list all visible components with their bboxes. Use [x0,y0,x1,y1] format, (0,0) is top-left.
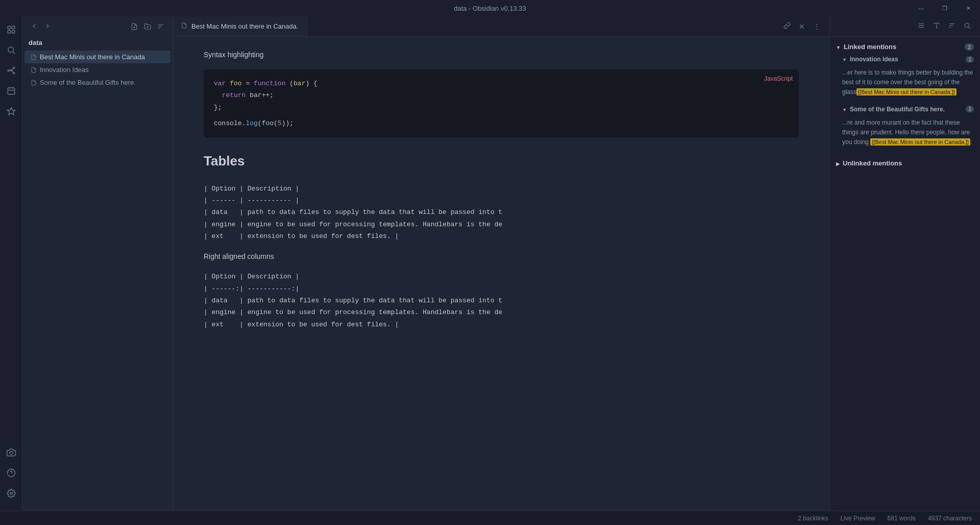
titlebar-title: data - Obsidian v0.13.33 [454,5,526,12]
nav-forward-button[interactable] [42,20,53,33]
more-options-button[interactable]: ⋮ [810,20,823,33]
file-item-2[interactable]: Some of the Beautiful Gifts here. [24,76,170,89]
format-button[interactable] [930,20,943,33]
vault-name: data [22,37,173,51]
sidebar-icon-camera[interactable] [2,443,20,462]
titlebar: data - Obsidian v0.13.33 — ❐ ✕ [0,0,980,16]
restore-button[interactable]: ❐ [933,0,957,16]
file-panel-nav [29,20,53,33]
sidebar-icon-help[interactable] [2,464,20,482]
status-bar: 2 backlinks Live Preview 681 words 4937 … [0,511,980,525]
mention-link-0[interactable]: [[Best Mac Minis out there in Canada.]] [856,88,957,96]
nav-back-button[interactable] [29,20,40,33]
tab-title: Best Mac Minis out there in Canada. [191,22,299,30]
linked-mentions-chevron [836,43,841,51]
new-file-button[interactable] [129,21,140,32]
sidebar-icon-stars[interactable] [2,102,20,121]
icon-sidebar [0,16,22,511]
sidebar-icon-graph[interactable] [2,61,20,80]
code-lang: JavaScript [764,74,793,85]
mention-link-1[interactable]: [[Best Mac Minis out there in Canada.]] [870,138,970,146]
sort-button[interactable] [155,21,166,32]
svg-line-38 [969,27,970,29]
linked-mentions-label: Linked mentions [844,43,896,51]
svg-rect-0 [8,26,10,29]
word-count: 681 words [888,515,916,522]
mention-group-title-0: Innovation Ideas [850,56,898,63]
file-item-1[interactable]: Innovation Ideas [24,63,170,76]
svg-rect-2 [8,31,10,33]
minimize-button[interactable]: — [910,0,933,16]
outline-button[interactable] [915,20,928,33]
sidebar-icon-search[interactable] [2,41,20,59]
syntax-heading: Syntax highlighting [204,49,799,61]
group-chevron-1 [842,106,847,113]
unlinked-chevron [836,159,840,167]
linked-mentions-header[interactable]: Linked mentions 2 [836,43,974,51]
svg-marker-17 [7,108,15,115]
new-folder-button[interactable] [142,21,153,32]
sort-panel-button[interactable] [945,20,959,33]
right-panel: Linked mentions 2 Innovation Ideas 1 ...… [829,16,980,511]
file-panel: data Best Mac Minis out there in Canada … [22,16,173,511]
mention-text-0: ...er here is to make things better by b… [842,66,974,100]
editor-content[interactable]: Syntax highlighting JavaScript var foo =… [173,37,829,511]
svg-point-19 [7,469,15,477]
table-2: | Option | Description | | ------:| ----… [204,271,799,330]
tab-actions: ✕ ⋮ [780,20,829,33]
editor-mode: Live Preview [841,515,875,522]
svg-point-21 [10,492,12,495]
svg-point-18 [10,451,13,455]
svg-rect-3 [12,31,14,33]
mention-text-1: ...re and more murant on the fact that t… [842,116,974,150]
svg-point-9 [10,70,12,71]
table-1: | Option | Description | | ------ | ----… [204,183,799,243]
editor-tab[interactable]: Best Mac Minis out there in Canada. [173,16,307,36]
file-panel-actions [129,21,166,32]
sidebar-bottom [2,443,20,507]
main-area: Best Mac Minis out there in Canada. ✕ ⋮ … [173,16,829,511]
sidebar-icon-calendar[interactable] [2,82,20,100]
titlebar-controls: — ❐ ✕ [910,0,980,16]
mention-group-0: Innovation Ideas 1 ...er here is to make… [836,56,974,100]
right-panel-content: Linked mentions 2 Innovation Ideas 1 ...… [830,37,980,511]
mention-group-count-1: 1 [966,106,974,112]
linked-mentions-count: 2 [965,43,974,51]
search-panel-button[interactable] [961,20,974,33]
sidebar-icon-files[interactable] [2,20,20,39]
tables-heading: Tables [204,150,799,172]
tab-file-icon [181,22,187,30]
mention-group-header-0[interactable]: Innovation Ideas 1 [842,56,974,63]
file-panel-header [22,16,173,37]
char-count: 4937 characters [928,515,972,522]
tab-bar: Best Mac Minis out there in Canada. ✕ ⋮ [173,16,829,37]
svg-line-12 [12,70,13,73]
code-line-4: console.log(foo(5)); [214,117,789,129]
group-chevron-0 [842,56,847,63]
svg-rect-13 [8,88,15,94]
code-line-2: return bar++; [214,89,789,101]
code-line-3: }; [214,102,789,113]
close-button[interactable]: ✕ [957,0,980,16]
close-tab-button[interactable]: ✕ [796,20,808,33]
svg-line-5 [13,52,15,54]
mention-group-header-1[interactable]: Some of the Beautiful Gifts here. 1 [842,106,974,113]
link-button[interactable] [780,20,794,33]
file-item-0[interactable]: Best Mac Minis out there in Canada [24,51,170,63]
sidebar-top [2,20,20,443]
backlinks-count: 2 backlinks [798,515,828,522]
unlinked-mentions-header[interactable]: Unlinked mentions [836,157,974,169]
file-list: Best Mac Minis out there in Canada Innov… [22,51,173,89]
code-line-1: var foo = function (bar) { [214,78,789,89]
mention-group-title-1: Some of the Beautiful Gifts here. [850,106,945,113]
mention-group-count-0: 1 [966,56,974,63]
right-aligned-label: Right aligned columns [204,251,799,263]
svg-line-11 [12,68,13,71]
mention-group-1: Some of the Beautiful Gifts here. 1 ...r… [836,106,974,150]
svg-point-4 [8,47,14,53]
app-body: data Best Mac Minis out there in Canada … [0,16,980,511]
code-block: JavaScript var foo = function (bar) { re… [204,69,799,138]
svg-rect-1 [12,26,14,29]
sidebar-icon-settings[interactable] [2,484,20,503]
svg-point-37 [965,23,969,27]
